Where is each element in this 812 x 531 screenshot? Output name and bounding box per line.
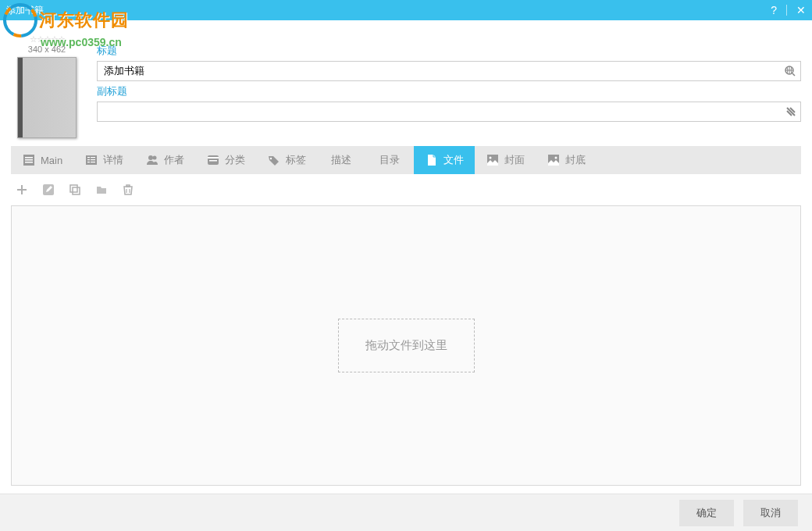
title-input[interactable] [97,61,801,81]
svg-point-22 [490,157,492,159]
svg-point-20 [270,158,272,159]
tab-files[interactable]: 文件 [414,146,475,174]
author-icon [145,153,159,167]
tab-label: Main [41,155,62,166]
tabs-bar: Main 详情 作者 分类 标签 描述 目录 [11,146,801,174]
tab-author[interactable]: 作者 [134,146,195,174]
titlebar-separator [786,5,787,16]
svg-rect-18 [208,157,219,159]
window-title: 添加书籍 [6,4,771,17]
subtitle-input[interactable] [97,102,801,122]
close-button[interactable]: ✕ [796,4,806,16]
details-icon [84,153,98,167]
svg-point-15 [148,155,153,160]
tab-tags[interactable]: 标签 [256,146,317,174]
dropzone-area[interactable]: 拖动文件到这里 [11,205,801,486]
titlebar: 添加书籍 ? ✕ [0,0,812,20]
title-label: 标题 [97,44,801,58]
title-input-wrap [97,61,801,81]
tab-details[interactable]: 详情 [73,146,134,174]
front-cover-icon [486,153,500,167]
svg-rect-26 [70,185,77,192]
clear-icon[interactable] [785,106,796,117]
cancel-button[interactable]: 取消 [743,500,798,526]
tab-back-cover[interactable]: 封底 [536,146,597,174]
svg-rect-6 [25,159,33,161]
svg-rect-19 [209,160,217,162]
delete-button[interactable] [120,182,136,198]
subtitle-input-wrap [97,102,801,122]
file-toolbar [11,174,801,205]
rating-stars[interactable]: ☆☆☆☆☆ [30,34,65,45]
tab-toc[interactable]: 目录 [365,146,414,174]
svg-rect-10 [91,157,95,158]
svg-rect-11 [87,159,90,160]
tab-label: 标签 [286,153,306,167]
cover-column: ☆☆☆☆☆ 340 x 462 [11,34,83,138]
tab-label: 分类 [225,153,245,167]
tab-label: 目录 [379,153,400,167]
content-area: ☆☆☆☆☆ 340 x 462 标题 副标题 [0,20,812,494]
tags-icon [267,153,281,167]
subtitle-label: 副标题 [97,84,801,98]
svg-rect-5 [25,157,33,159]
tab-label: 封面 [504,153,525,167]
svg-point-16 [153,156,157,160]
tab-description[interactable]: 描述 [317,146,365,174]
svg-rect-9 [87,157,90,158]
svg-rect-7 [25,162,33,163]
folder-button[interactable] [94,182,109,198]
dropzone-text: 拖动文件到这里 [338,319,475,372]
add-button[interactable] [14,182,30,198]
tab-main[interactable]: Main [11,146,73,174]
edit-button[interactable] [41,182,56,198]
ok-button[interactable]: 确定 [679,500,734,526]
tab-label: 作者 [164,153,184,167]
tab-label: 详情 [103,153,123,167]
svg-rect-27 [73,187,80,194]
cover-dimensions: 340 x 462 [28,45,66,54]
tab-front-cover[interactable]: 封面 [475,146,536,174]
files-icon [425,153,439,167]
help-button[interactable]: ? [771,4,777,16]
svg-rect-12 [91,159,95,160]
tab-category[interactable]: 分类 [195,146,256,174]
svg-rect-14 [91,162,95,162]
header-row: ☆☆☆☆☆ 340 x 462 标题 副标题 [11,34,801,138]
fields-column: 标题 副标题 [97,34,801,138]
search-web-icon[interactable] [784,65,796,77]
cover-image[interactable] [17,57,77,138]
copy-button[interactable] [67,182,83,198]
category-icon [206,153,220,167]
svg-rect-13 [87,162,90,162]
footer: 确定 取消 [0,494,812,531]
titlebar-controls: ? ✕ [771,4,806,16]
tab-label: 描述 [331,153,351,167]
main-icon [22,153,36,167]
svg-line-3 [792,73,795,76]
svg-point-24 [555,157,557,159]
tab-label: 文件 [443,153,464,167]
dialog-window: 添加书籍 ? ✕ 河东软件园 www.pc0359.cn ☆☆☆☆☆ 340 x… [0,0,812,531]
back-cover-icon [547,153,561,167]
tab-label: 封底 [565,153,586,167]
